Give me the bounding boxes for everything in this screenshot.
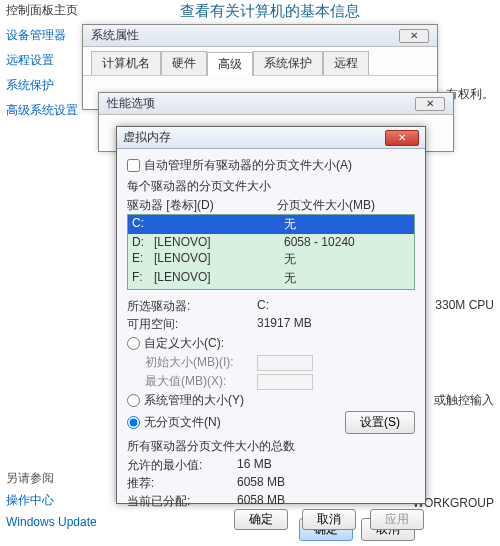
sys-apply-button[interactable]: 应用 [370,509,424,530]
selected-drive-value: C: [257,298,269,315]
drive-label: [LENOVO] [154,270,284,287]
initial-size-label: 初始大小(MB)(I): [145,354,257,371]
drive-label [154,216,284,233]
close-icon[interactable]: ✕ [399,29,429,43]
virtual-memory-window: 虚拟内存 ✕ 自动管理所有驱动器的分页文件大小(A) 每个驱动器的分页文件大小 … [116,126,426,504]
min-value: 16 MB [237,457,272,474]
sidebar-bottom: 另请参阅 操作中心 Windows Update [6,470,97,532]
auto-manage-label: 自动管理所有驱动器的分页文件大小(A) [144,157,352,174]
custom-size-radio[interactable] [127,337,140,350]
cur-value: 6058 MB [237,493,285,510]
initial-size-input [257,355,313,371]
drive-size: 无 [284,216,410,233]
sidebar-item-advanced[interactable]: 高级系统设置 [6,98,86,123]
drive-letter: E: [132,251,154,268]
drive-list[interactable]: C: 无 D: [LENOVO] 6058 - 10240 E: [LENOVO… [127,214,415,290]
vm-titlebar: 虚拟内存 ✕ [117,127,425,149]
tab-computer-name[interactable]: 计算机名 [91,51,161,75]
avail-space-value: 31917 MB [257,316,312,333]
avail-space-label: 可用空间: [127,316,257,333]
totals-title: 所有驱动器分页文件大小的总数 [127,438,415,455]
no-page-label: 无分页文件(N) [144,414,221,431]
drive-row[interactable]: C: 无 [128,215,414,234]
min-label: 允许的最小值: [127,457,237,474]
rec-value: 6058 MB [237,475,285,492]
drive-size: 无 [284,251,410,268]
head-drive: 驱动器 [卷标](D) [127,197,277,214]
vm-title: 虚拟内存 [123,129,171,146]
tab-protection[interactable]: 系统保护 [253,51,323,75]
per-drive-label: 每个驱动器的分页文件大小 [127,178,415,195]
sys-cancel-button[interactable]: 取消 [302,509,356,530]
drive-letter: F: [132,270,154,287]
max-size-input [257,374,313,390]
drive-letter: D: [132,235,154,249]
sys-bottom-buttons: 确定 取消 应用 [234,509,424,530]
selected-drive-label: 所选驱动器: [127,298,257,315]
close-icon[interactable]: ✕ [415,97,445,111]
system-managed-radio[interactable] [127,394,140,407]
drive-label: [LENOVO] [154,289,284,290]
drive-letter: C: [132,216,154,233]
drive-label: [LENOVO] [154,251,284,268]
head-size: 分页文件大小(MB) [277,197,375,214]
drive-row[interactable]: F: [LENOVO] 无 [128,269,414,288]
perf-titlebar: 性能选项 ✕ [99,93,453,115]
drive-size: 6058 - 10240 [284,235,410,249]
sidebar-title: 控制面板主页 [6,2,86,19]
see-also-label: 另请参阅 [6,470,97,487]
max-size-label: 最大值(MB)(X): [145,373,257,390]
rec-label: 推荐: [127,475,237,492]
drive-row[interactable]: G: [LENOVO] 无 [128,288,414,290]
sys-title: 系统属性 [91,27,139,44]
cpu-text: 330M CPU [435,298,494,312]
tab-hardware[interactable]: 硬件 [161,51,207,75]
link-action-center[interactable]: 操作中心 [6,489,97,512]
sidebar-item-remote[interactable]: 远程设置 [6,48,86,73]
drive-size: 无 [284,270,410,287]
link-windows-update[interactable]: Windows Update [6,512,97,532]
sidebar: 控制面板主页 设备管理器 远程设置 系统保护 高级系统设置 [6,2,86,123]
drive-label: [LENOVO] [154,235,284,249]
tab-advanced[interactable]: 高级 [207,52,253,76]
perf-title: 性能选项 [107,95,155,112]
touch-text: 或触控输入 [434,392,494,409]
drive-row[interactable]: D: [LENOVO] 6058 - 10240 [128,234,414,250]
tab-remote[interactable]: 远程 [323,51,369,75]
drive-size: 无 [284,289,410,290]
close-icon[interactable]: ✕ [385,130,419,146]
drive-row[interactable]: E: [LENOVO] 无 [128,250,414,269]
no-page-radio[interactable] [127,416,140,429]
system-managed-label: 系统管理的大小(Y) [144,392,244,409]
custom-size-label: 自定义大小(C): [144,335,224,352]
auto-manage-checkbox[interactable] [127,159,140,172]
cur-label: 当前已分配: [127,493,237,510]
drive-list-header: 驱动器 [卷标](D) 分页文件大小(MB) [127,197,415,214]
sys-ok-button[interactable]: 确定 [234,509,288,530]
drive-letter: G: [132,289,154,290]
set-button[interactable]: 设置(S) [345,411,415,434]
sidebar-item-protection[interactable]: 系统保护 [6,73,86,98]
sys-tabs: 计算机名 硬件 高级 系统保护 远程 [83,47,437,76]
sys-titlebar: 系统属性 ✕ [83,25,437,47]
main-header: 查看有关计算机的基本信息 [180,2,360,21]
sidebar-item-device-manager[interactable]: 设备管理器 [6,23,86,48]
